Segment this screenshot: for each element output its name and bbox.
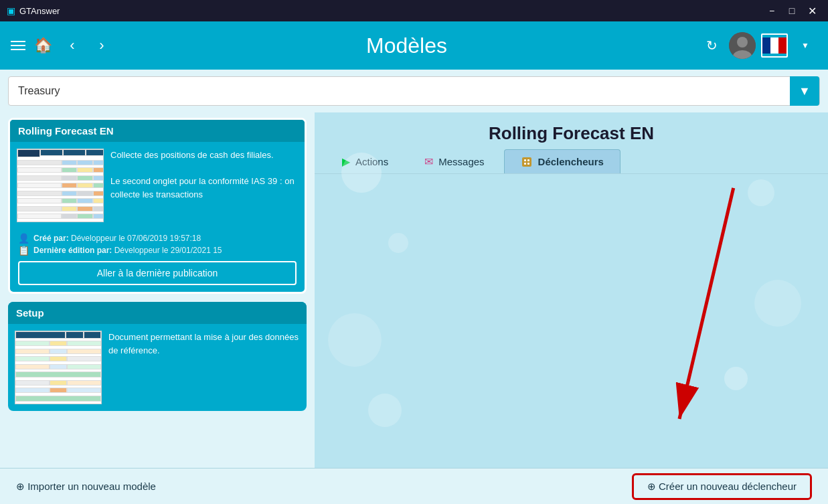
app-icon: ▣ (7, 5, 15, 16)
model-card-header-rolling: Rolling Forecast EN (10, 120, 305, 142)
close-button[interactable]: ✕ (803, 1, 821, 20)
tab-declencheurs-label: Déclencheurs (538, 156, 604, 167)
annotation-arrow (315, 174, 828, 468)
search-input[interactable] (9, 85, 790, 97)
page-title-header: Modèles (114, 33, 699, 58)
title-bar: ▣ GTAnswer − □ ✕ (0, 0, 828, 21)
search-bar: ▼ (8, 76, 820, 106)
svg-rect-5 (527, 159, 529, 161)
model-card-body-rolling: Collecte des positions de cash des filia… (10, 142, 305, 229)
svg-point-1 (737, 37, 748, 48)
tab-actions[interactable]: ▶ Actions (325, 149, 405, 173)
app-name: GTAnswer (19, 6, 60, 16)
hamburger-menu-button[interactable] (11, 41, 25, 50)
model-thumbnail-rolling (17, 149, 104, 222)
actions-tab-icon: ▶ (342, 155, 350, 168)
svg-line-9 (679, 188, 734, 419)
bottom-bar: ⊕ Importer un nouveau modèle ⊕ Créer un … (0, 468, 828, 504)
refresh-button[interactable]: ↻ (699, 33, 724, 58)
svg-rect-4 (524, 159, 526, 161)
model-card-header-setup: Setup (8, 302, 307, 324)
minimize-button[interactable]: − (762, 1, 781, 20)
model-card-setup[interactable]: Setup Document permet (8, 302, 307, 411)
spreadsheet-preview-rolling (17, 149, 103, 222)
model-desc-rolling: Collecte des positions de cash des filia… (110, 149, 298, 222)
model-thumbnail-setup (15, 331, 102, 404)
forward-button[interactable]: › (90, 33, 114, 58)
window-controls: − □ ✕ (762, 1, 821, 20)
header: 🏠 ‹ › Modèles ↻ ▼ (0, 21, 828, 70)
home-button[interactable]: 🏠 (31, 33, 55, 58)
search-dropdown-button[interactable]: ▼ (790, 76, 819, 106)
svg-rect-7 (527, 163, 529, 165)
import-model-button[interactable]: ⊕ Importer un nouveau modèle (16, 481, 156, 493)
tab-content (315, 174, 828, 468)
declencheurs-tab-icon (521, 155, 533, 168)
user-avatar[interactable] (729, 32, 756, 59)
spreadsheet-preview-setup (15, 331, 101, 404)
header-left: 🏠 ‹ › (11, 33, 114, 58)
main-content: Rolling Forecast EN (0, 112, 828, 468)
tab-messages-label: Messages (438, 156, 484, 167)
flag-dropdown-button[interactable]: ▼ (793, 33, 817, 58)
create-trigger-button[interactable]: ⊕ Créer un nouveau déclencheur (632, 473, 812, 500)
header-right: ↻ ▼ (699, 32, 817, 59)
edit-icon: 📋 (18, 245, 29, 256)
back-button[interactable]: ‹ (60, 33, 84, 58)
svg-rect-6 (524, 163, 526, 165)
left-panel: Rolling Forecast EN (0, 112, 315, 468)
messages-tab-icon: ✉ (424, 155, 433, 168)
model-card-body-setup: Document permettant la mise à jour des d… (8, 324, 307, 411)
model-card-rolling-forecast[interactable]: Rolling Forecast EN (8, 118, 307, 294)
tabs: ▶ Actions ✉ Messages Déclencheurs (315, 149, 828, 174)
right-panel: Rolling Forecast EN ▶ Actions ✉ Messages (315, 112, 828, 468)
user-icon: 👤 (18, 233, 29, 244)
maximize-button[interactable]: □ (782, 1, 801, 20)
go-to-publication-button[interactable]: Aller à la dernière publication (18, 261, 297, 285)
tab-messages[interactable]: ✉ Messages (408, 149, 501, 173)
svg-rect-3 (522, 157, 531, 167)
tab-declencheurs[interactable]: Déclencheurs (504, 149, 620, 173)
language-flag-button[interactable] (761, 33, 788, 58)
model-desc-setup: Document permettant la mise à jour des d… (108, 331, 300, 404)
detail-page-title: Rolling Forecast EN (315, 112, 828, 149)
tab-actions-label: Actions (355, 156, 388, 167)
model-meta-rolling: 👤 Créé par: Développeur le 07/06/2019 19… (10, 229, 305, 261)
